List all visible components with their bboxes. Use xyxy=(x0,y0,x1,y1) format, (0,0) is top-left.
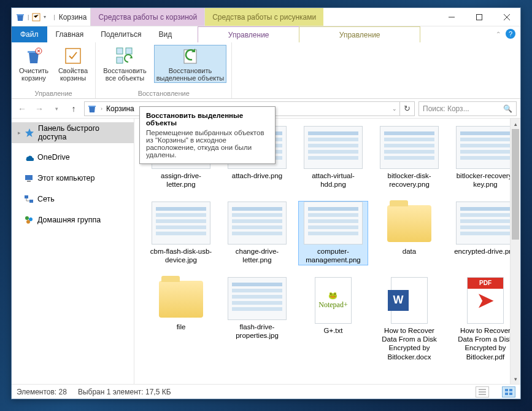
scroll-down-icon[interactable]: ▾ xyxy=(511,374,520,384)
text-doc-icon: 🐸Notepad+ xyxy=(315,277,352,324)
status-selection: Выбран 1 элемент: 17,5 КБ xyxy=(78,388,171,396)
recycle-bin-properties-button[interactable]: Свойства корзины xyxy=(56,45,90,83)
sidebar-item-quick-access[interactable]: ▸ Панель быстрого доступа xyxy=(12,122,134,143)
tab-view[interactable]: Вид xyxy=(150,26,180,42)
svg-rect-18 xyxy=(509,393,512,395)
details-view-button[interactable] xyxy=(476,386,489,397)
qat-divider: | xyxy=(28,14,29,20)
thumbnails-view-button[interactable] xyxy=(502,386,515,397)
window-title: | Корзина xyxy=(50,8,90,26)
file-name: G+.txt xyxy=(324,326,343,335)
file-item[interactable]: WHow to Recover Data From a Disk Encrypt… xyxy=(375,277,444,362)
recycle-bin-icon xyxy=(15,12,25,22)
address-dropdown-icon[interactable]: ⌄ xyxy=(392,106,397,112)
search-input[interactable]: Поиск: Корз... 🔍 xyxy=(418,101,517,116)
qat-dropdown-icon[interactable]: ▾ xyxy=(44,14,46,20)
up-button[interactable]: ↑ xyxy=(67,102,80,115)
refresh-button[interactable]: ↻ xyxy=(400,101,415,116)
sidebar-item-this-pc[interactable]: Этот компьютер xyxy=(12,171,134,185)
help-icon[interactable]: ? xyxy=(506,29,515,39)
status-bar: Элементов: 28 Выбран 1 элемент: 17,5 КБ xyxy=(12,384,520,399)
file-name: change-drive-letter.png xyxy=(224,247,290,265)
recent-dropdown[interactable]: ▾ xyxy=(50,102,63,115)
file-item[interactable]: 🐸Notepad+G+.txt xyxy=(299,277,368,362)
properties-qat-icon[interactable] xyxy=(31,12,41,22)
svg-rect-17 xyxy=(505,393,508,395)
ribbon-tabs: Файл Главная Поделиться Вид Управление У… xyxy=(12,26,520,42)
vertical-scrollbar[interactable]: ▴ ▾ xyxy=(510,119,520,384)
pdf-doc-icon: PDF➤ xyxy=(467,277,504,324)
svg-rect-1 xyxy=(476,14,482,20)
file-name: cbm-flash-disk-usb-device.jpg xyxy=(148,247,214,265)
file-name: attach-virtual-hdd.png xyxy=(300,171,366,189)
tab-manage-pictures[interactable]: Управление xyxy=(299,26,420,42)
explorer-window: | ▾ | Корзина Средства работы с корзиной… xyxy=(11,7,521,399)
minimize-button[interactable] xyxy=(438,8,465,26)
forward-button[interactable]: → xyxy=(33,102,46,115)
file-item[interactable]: bitlocker-disk-recovery.png xyxy=(375,126,444,189)
restore-selected-icon xyxy=(180,46,200,66)
back-button[interactable]: ← xyxy=(15,102,29,115)
svg-rect-6 xyxy=(117,57,123,63)
maximize-button[interactable] xyxy=(465,8,493,26)
file-name: flash-drive-properties.jpg xyxy=(224,323,290,340)
breadcrumb-item[interactable]: Корзина xyxy=(106,104,134,113)
network-icon xyxy=(24,194,34,204)
svg-rect-9 xyxy=(27,181,31,182)
file-name: computer-management.png xyxy=(300,247,366,265)
svg-rect-15 xyxy=(505,389,508,391)
tab-share[interactable]: Поделиться xyxy=(92,26,150,42)
tab-file[interactable]: Файл xyxy=(12,26,47,42)
recycle-bin-icon xyxy=(87,104,97,114)
svg-rect-16 xyxy=(509,389,512,391)
image-thumbnail xyxy=(304,202,363,245)
sidebar-item-onedrive[interactable]: OneDrive xyxy=(12,151,134,164)
sidebar-item-homegroup[interactable]: Домашняя группа xyxy=(12,213,134,227)
tab-manage-recycle[interactable]: Управление xyxy=(198,26,299,42)
properties-icon xyxy=(63,46,83,66)
close-button[interactable] xyxy=(493,8,520,26)
image-thumbnail xyxy=(304,126,363,169)
file-name: bitlocker-disk-recovery.png xyxy=(376,171,442,189)
image-thumbnail xyxy=(380,126,439,169)
title-bar: | ▾ | Корзина Средства работы с корзиной… xyxy=(12,8,520,26)
image-thumbnail xyxy=(152,202,210,245)
file-item[interactable]: file xyxy=(147,277,215,362)
tab-home[interactable]: Главная xyxy=(47,26,93,42)
context-tab-recycle[interactable]: Средства работы с корзиной xyxy=(90,8,204,26)
scroll-up-icon[interactable]: ▴ xyxy=(511,119,520,129)
file-name: How to Recover Data From a Disk Encrypte… xyxy=(452,326,519,362)
window-controls xyxy=(438,8,520,26)
file-name: assign-drive-letter.png xyxy=(148,171,214,189)
restore-all-button[interactable]: Восстановить все объекты xyxy=(101,45,148,83)
file-item[interactable]: attach-virtual-hdd.png xyxy=(299,126,368,189)
empty-recycle-bin-button[interactable]: Очистить корзину xyxy=(17,45,51,83)
collapse-ribbon-icon[interactable]: ⌃ xyxy=(496,31,501,37)
image-thumbnail xyxy=(228,277,287,320)
word-doc-icon: W xyxy=(391,277,428,324)
ribbon: Очистить корзину Свойства корзины Управл… xyxy=(12,42,520,99)
folder-icon xyxy=(159,281,203,318)
svg-rect-8 xyxy=(25,175,33,180)
file-name: encrypted-drive.png xyxy=(454,247,517,256)
image-thumbnail xyxy=(456,126,515,169)
sidebar-item-network[interactable]: Сеть xyxy=(12,192,134,206)
file-item[interactable]: data xyxy=(375,202,444,265)
file-item[interactable]: cbm-flash-disk-usb-device.jpg xyxy=(147,202,215,265)
file-item[interactable]: change-drive-letter.png xyxy=(223,202,291,265)
file-item[interactable]: flash-drive-properties.jpg xyxy=(223,277,291,362)
chevron-right-icon[interactable]: › xyxy=(101,106,102,112)
onedrive-icon xyxy=(24,152,34,162)
file-name: How to Recover Data From a Disk Encrypte… xyxy=(376,326,442,362)
restore-all-icon xyxy=(115,46,134,66)
context-tab-pictures[interactable]: Средства работы с рисунками xyxy=(204,8,323,26)
ribbon-group-label: Восстановление xyxy=(101,88,226,97)
tooltip-title: Восстановить выделенные объекты xyxy=(146,112,269,127)
file-name: file xyxy=(177,323,186,331)
search-icon: 🔍 xyxy=(503,104,512,113)
svg-rect-5 xyxy=(126,48,132,54)
tooltip-body: Перемещение выбранных объектов из "Корзи… xyxy=(146,129,269,159)
scroll-thumb[interactable] xyxy=(512,129,519,240)
file-item[interactable]: computer-management.png xyxy=(299,202,368,265)
restore-selected-button[interactable]: Восстановить выделенные объекты xyxy=(154,45,227,83)
